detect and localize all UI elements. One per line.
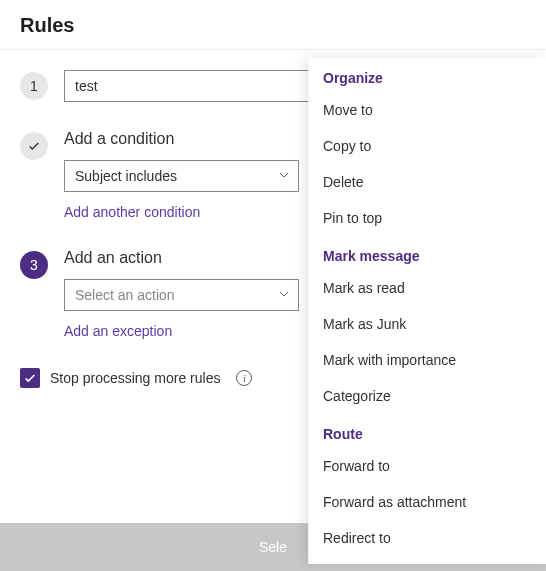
menu-group-route: Route — [309, 414, 546, 448]
menu-item-mark-as-read[interactable]: Mark as read — [309, 270, 546, 306]
step-2-badge — [20, 132, 48, 160]
add-condition-link[interactable]: Add another condition — [64, 204, 200, 220]
condition-select-value: Subject includes — [75, 168, 177, 184]
menu-group-mark-message: Mark message — [309, 236, 546, 270]
menu-item-redirect-to[interactable]: Redirect to — [309, 520, 546, 556]
footer-partial-text: Sele — [259, 539, 287, 555]
menu-item-mark-as-junk[interactable]: Mark as Junk — [309, 306, 546, 342]
step-3-badge: 3 — [20, 251, 48, 279]
stop-processing-label: Stop processing more rules — [50, 370, 220, 386]
info-icon[interactable]: i — [236, 370, 252, 386]
menu-item-delete[interactable]: Delete — [309, 164, 546, 200]
menu-item-forward-as-attachment[interactable]: Forward as attachment — [309, 484, 546, 520]
menu-item-mark-with-importance[interactable]: Mark with importance — [309, 342, 546, 378]
checkmark-icon — [27, 139, 41, 153]
menu-item-categorize[interactable]: Categorize — [309, 378, 546, 414]
menu-item-move-to[interactable]: Move to — [309, 92, 546, 128]
stop-processing-checkbox[interactable] — [20, 368, 40, 388]
menu-item-copy-to[interactable]: Copy to — [309, 128, 546, 164]
page-header: Rules — [0, 0, 546, 50]
action-select-placeholder: Select an action — [75, 287, 175, 303]
menu-item-forward-to[interactable]: Forward to — [309, 448, 546, 484]
step-1-badge: 1 — [20, 72, 48, 100]
menu-group-organize: Organize — [309, 58, 546, 92]
condition-select[interactable]: Subject includes — [64, 160, 299, 192]
checkmark-icon — [23, 371, 37, 385]
menu-item-pin-to-top[interactable]: Pin to top — [309, 200, 546, 236]
action-dropdown-menu: Organize Move to Copy to Delete Pin to t… — [308, 58, 546, 564]
add-exception-link[interactable]: Add an exception — [64, 323, 172, 339]
page-title: Rules — [20, 14, 526, 37]
chevron-down-icon — [278, 287, 290, 303]
action-select[interactable]: Select an action — [64, 279, 299, 311]
chevron-down-icon — [278, 168, 290, 184]
